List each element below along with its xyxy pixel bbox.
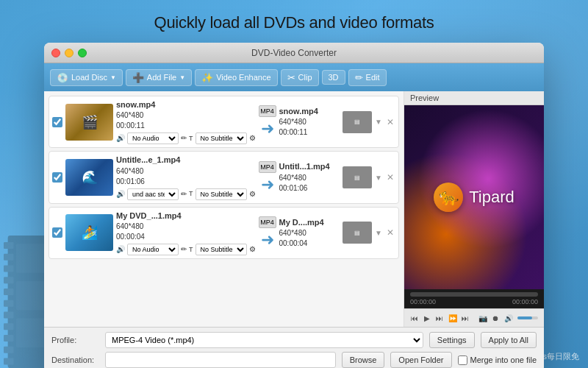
preview-video: 🐆 Tipard xyxy=(404,105,544,289)
audio-select-3[interactable]: No Audio xyxy=(127,244,179,255)
file-checkbox-1[interactable] xyxy=(52,117,62,127)
profile-label: Profile: xyxy=(51,336,99,344)
profile-select[interactable]: MPEG-4 Video (*.mp4) xyxy=(105,332,423,348)
format-btn-3[interactable]: MP4 xyxy=(259,216,276,228)
apply-all-button[interactable]: Apply to All xyxy=(481,332,537,348)
output-dur-1: 00:00:11 xyxy=(279,127,340,138)
add-file-button[interactable]: ➕ Add File ▼ xyxy=(126,69,192,86)
scroll-1: ▼ xyxy=(375,118,382,126)
output-res-3: 640*480 xyxy=(279,228,340,238)
profile-row: Profile: MPEG-4 Video (*.mp4) Settings A… xyxy=(51,332,537,348)
settings-icon-3: ⚙ xyxy=(249,244,256,255)
settings-icon-2: ⚙ xyxy=(249,189,256,199)
format-arrow-2: MP4 ➜ xyxy=(259,161,276,194)
edit-button[interactable]: ✏ Edit xyxy=(348,69,387,86)
minimize-button[interactable] xyxy=(65,49,74,57)
record-button[interactable]: ⏺ xyxy=(492,312,500,324)
edit-label: Edit xyxy=(366,73,380,82)
3d-button[interactable]: 3D xyxy=(322,70,345,85)
app-window: DVD-Video Converter 💿 Load Disc ▼ ➕ Add … xyxy=(44,43,544,368)
output-info-2: Untitl...1.mp4 640*480 00:01:06 xyxy=(279,161,340,193)
file-name-1: snow.mp4 xyxy=(116,99,256,110)
table-row: 🎬 snow.mp4 640*480 00:00:11 🔊 No Audio ✏ xyxy=(49,96,399,148)
traffic-lights xyxy=(51,49,87,57)
audio-select-2[interactable]: und aac ste xyxy=(127,188,179,200)
end-button[interactable]: ⏭ xyxy=(462,312,470,324)
subtitle-select-3[interactable]: No Subtitle xyxy=(196,244,247,255)
tipard-logo: 🐆 Tipard xyxy=(434,183,514,212)
audio-icon-3: 🔊 xyxy=(116,244,125,255)
format-btn-1[interactable]: MP4 xyxy=(259,105,276,117)
arrow-icon-3: ➜ xyxy=(261,230,274,250)
screenshot-button[interactable]: 📷 xyxy=(478,312,487,324)
prev-button[interactable]: ⏮ xyxy=(410,312,418,324)
load-disc-button[interactable]: 💿 Load Disc ▼ xyxy=(50,69,123,86)
scroll-3: ▼ xyxy=(375,229,382,237)
edit-icon: ✏ xyxy=(355,72,363,83)
file-res-2: 640*480 xyxy=(116,166,256,177)
output-dur-3: 00:00:04 xyxy=(279,238,340,249)
format-btn-2[interactable]: MP4 xyxy=(259,161,276,173)
window-title: DVD-Video Converter xyxy=(251,48,337,58)
subtitle-icon-1: T xyxy=(189,134,193,144)
file-res-1: 640*480 xyxy=(116,110,256,121)
browse-button[interactable]: Browse xyxy=(342,352,385,368)
content-area: 🎬 snow.mp4 640*480 00:00:11 🔊 No Audio ✏ xyxy=(44,91,544,327)
file-checkbox-3[interactable] xyxy=(52,227,62,238)
player-controls: ⏮ ▶ ⏭ ⏩ ⏭ 📷 ⏺ 🔊 xyxy=(404,308,544,327)
subtitle-select-2[interactable]: No Subtitle xyxy=(196,188,247,200)
play-button[interactable]: ▶ xyxy=(423,312,431,324)
thumbnail-2: 🌊 xyxy=(65,159,113,196)
volume-slider[interactable] xyxy=(517,316,538,319)
output-info-3: My D....mp4 640*480 00:00:04 xyxy=(279,217,340,249)
tipard-brand: Tipard xyxy=(469,188,514,207)
clip-button[interactable]: ✂ Clip xyxy=(281,69,319,86)
file-info-2: Untitle...e_1.mp4 640*480 00:01:06 🔊 und… xyxy=(116,155,256,199)
file-checkbox-2[interactable] xyxy=(52,172,62,183)
arrow-icon-1: ➜ xyxy=(261,119,274,138)
output-name-3: My D....mp4 xyxy=(279,217,340,228)
audio-select-1[interactable]: No Audio xyxy=(127,132,179,144)
audio-icon-1: 🔊 xyxy=(116,133,125,144)
open-folder-button[interactable]: Open Folder xyxy=(390,352,451,368)
skip-forward-button[interactable]: ⏩ xyxy=(448,312,457,324)
remove-btn-1[interactable]: ✕ xyxy=(385,117,395,127)
next-button[interactable]: ⏭ xyxy=(435,312,443,324)
edit-icon-2: ✏ xyxy=(181,189,187,199)
file-res-3: 640*480 xyxy=(116,222,256,232)
add-file-icon: ➕ xyxy=(132,72,144,83)
close-button[interactable] xyxy=(51,49,60,57)
format-arrow-1: MP4 ➜ xyxy=(259,105,276,138)
maximize-button[interactable] xyxy=(78,49,87,57)
clip-label: Clip xyxy=(298,73,312,82)
clip-icon: ✂ xyxy=(287,72,295,83)
destination-input[interactable] xyxy=(105,352,336,368)
scroll-2: ▼ xyxy=(375,174,382,182)
preview-label: Preview xyxy=(404,91,544,105)
format-arrow-3: MP4 ➜ xyxy=(259,216,276,250)
file-dur-1: 00:00:11 xyxy=(116,121,256,131)
tipard-icon: 🐆 xyxy=(434,183,463,212)
file-list: 🎬 snow.mp4 640*480 00:00:11 🔊 No Audio ✏ xyxy=(44,91,404,327)
volume-icon: 🔊 xyxy=(504,312,513,324)
output-res-2: 640*480 xyxy=(279,173,340,183)
table-row: 🏄 My DVD_...1.mp4 640*480 00:00:04 🔊 No … xyxy=(49,207,399,259)
subtitle-icon-3: T xyxy=(189,245,193,255)
enhance-icon: ✨ xyxy=(201,72,213,83)
remove-btn-3[interactable]: ✕ xyxy=(385,227,395,238)
title-bar: DVD-Video Converter xyxy=(44,43,544,63)
output-thumb-3: ▤ xyxy=(343,222,372,244)
output-res-1: 640*480 xyxy=(279,117,340,127)
file-dur-2: 00:01:06 xyxy=(116,177,256,187)
remove-btn-2[interactable]: ✕ xyxy=(385,172,395,183)
video-enhance-button[interactable]: ✨ Video Enhance xyxy=(195,69,277,86)
merge-checkbox[interactable] xyxy=(458,355,467,365)
settings-button[interactable]: Settings xyxy=(429,332,475,348)
add-file-label: Add File xyxy=(147,73,176,82)
output-dur-2: 00:01:06 xyxy=(279,183,340,194)
subtitle-select-1[interactable]: No Subtitle xyxy=(196,132,247,144)
disc-icon: 💿 xyxy=(57,72,68,83)
time-end: 00:00:00 xyxy=(512,298,538,305)
subtitle-icon-2: T xyxy=(189,189,193,199)
video-enhance-label: Video Enhance xyxy=(216,73,270,82)
